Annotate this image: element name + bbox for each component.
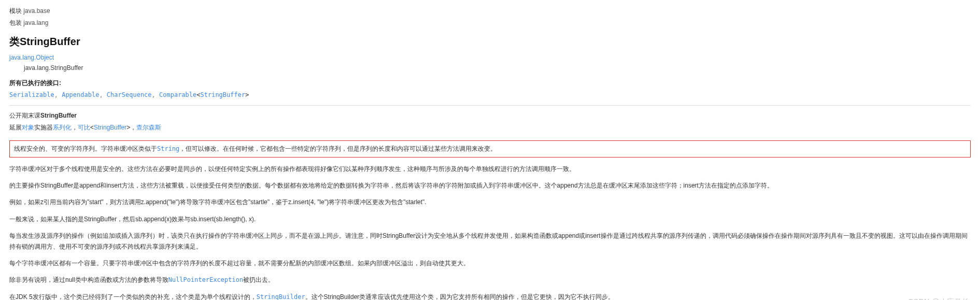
paragraph-main-ops: 的主要操作StringBuffer是append和insert方法，这些方法被重…	[9, 180, 971, 191]
separator: ,	[99, 91, 106, 98]
null-text-b: 被扔出去。	[243, 276, 274, 283]
paragraph-jdk5: 在JDK 5发行版中，这个类已经得到了一个类似的类的补充，这个类是为单个线程设计…	[9, 292, 971, 300]
implemented-interfaces-list: Serializable, Appendable, CharSequence, …	[9, 90, 971, 100]
decl-classname: StringBuffer	[40, 112, 77, 119]
null-text-a: 除非另有说明，通过null类中构造函数或方法的参数将导致	[9, 276, 168, 283]
npe-link[interactable]: NullPointerException	[168, 276, 244, 283]
summary-text-1: 线程安全的、可变的字符序列。字符串缓冲区类似于	[14, 145, 157, 152]
module-value: java.base	[23, 7, 50, 15]
inheritance-tree: java.lang.Object java.lang.StringBuffer	[9, 53, 971, 73]
paragraph-null: 除非另有说明，通过null类中构造函数或方法的参数将导致NullPointerE…	[9, 275, 971, 285]
iface-serializable-link[interactable]: Serializable	[9, 91, 54, 98]
module-line: 模块 java.base	[9, 6, 971, 16]
divider	[9, 105, 971, 106]
title-prefix: 类	[9, 36, 20, 47]
title-classname: StringBuffer	[20, 36, 80, 47]
paragraph-thread-safe: 字符串缓冲区对于多个线程使用是安全的。这些方法在必要时是同步的，以便任何特定实例…	[9, 164, 971, 174]
package-line: 包装 java.lang	[9, 18, 971, 28]
class-declaration: 公开期末课StringBuffer	[9, 111, 971, 121]
module-label: 模块	[9, 7, 22, 15]
impl-comparable-arg-link[interactable]: StringBuffer	[94, 124, 126, 131]
extends-implements-line: 延展对象实施器系列化，可比<StringBuffer>，查尔森斯	[9, 123, 971, 133]
summary-text-2: ，但可以修改。在任何时候，它都包含一些特定的字符序列，但是序列的长度和内容可以通…	[179, 145, 496, 152]
paragraph-capacity: 每个字符串缓冲区都有一个容量。只要字符串缓冲区中包含的字符序列的长度不超过容量，…	[9, 258, 971, 268]
iface-appendable-link[interactable]: Appendable	[62, 91, 99, 98]
paragraph-general: 一般来说，如果某人指的是StringBuffer，然后sb.append(x)效…	[9, 214, 971, 224]
paragraph-example: 例如，如果z引用当前内容为"start"，则方法调用z.append("le")…	[9, 197, 971, 207]
extends-label: 延展	[9, 124, 22, 131]
package-value: java.lang	[23, 19, 48, 26]
bracket: <	[196, 91, 200, 98]
decl-prefix: 公开期末课	[9, 112, 40, 119]
jdk5-text-b: 。这个StringBuilder类通常应该优先使用这个类，因为它支持所有相同的操…	[305, 293, 615, 300]
page-title: 类StringBuffer	[9, 33, 971, 50]
separator: ,	[54, 91, 62, 98]
extends-object-link[interactable]: 对象	[22, 124, 34, 131]
highlighted-summary-box: 线程安全的、可变的字符序列。字符串缓冲区类似于String，但可以修改。在任何时…	[9, 140, 971, 158]
string-class-link[interactable]: String	[157, 145, 179, 152]
jdk5-text-a: 在JDK 5发行版中，这个类已经得到了一个类似的类的补充，这个类是为单个线程设计…	[9, 293, 257, 300]
inheritance-root-link[interactable]: java.lang.Object	[9, 54, 54, 61]
impl-comparable-link[interactable]: 可比	[78, 124, 90, 131]
impl-label: 实施器	[34, 124, 53, 131]
impl-serializable-link[interactable]: 系列化	[53, 124, 72, 131]
iface-comparable-arg-link[interactable]: StringBuffer	[201, 91, 246, 98]
iface-comparable-link[interactable]: Comparable	[159, 91, 196, 98]
impl-charsequence-link[interactable]: 查尔森斯	[136, 124, 161, 131]
separator: ，	[130, 124, 136, 131]
bracket: <	[90, 124, 94, 131]
paragraph-source-seq: 每当发生涉及源序列的操作（例如追加或插入源序列）时，该类只在执行操作的字符串缓冲…	[9, 231, 971, 252]
separator: ，	[72, 124, 78, 131]
package-label: 包装	[9, 19, 22, 26]
iface-charsequence-link[interactable]: CharSequence	[107, 91, 152, 98]
bracket: >	[245, 91, 249, 98]
inheritance-leaf: java.lang.StringBuffer	[24, 63, 971, 73]
implemented-interfaces-label: 所有已执行的接口:	[9, 78, 971, 88]
separator: ,	[152, 91, 159, 98]
stringbuilder-link[interactable]: StringBuilder	[257, 293, 305, 300]
